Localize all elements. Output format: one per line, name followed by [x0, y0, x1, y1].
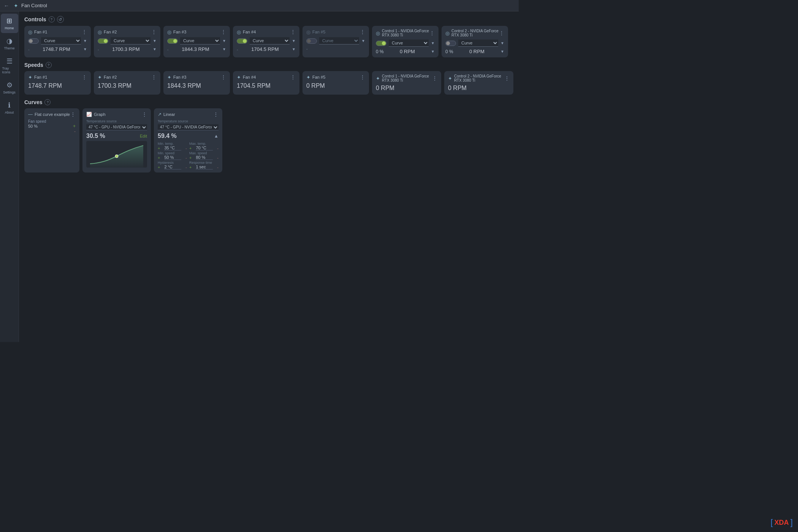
- spd3-menu[interactable]: ⋮: [221, 74, 226, 80]
- linear-max-speed-input[interactable]: [196, 155, 213, 160]
- controls-help-button[interactable]: ?: [49, 16, 55, 22]
- flat-minus-button[interactable]: -: [74, 129, 76, 134]
- linear-details-grid: Min. temp. + - Max. temp. + -: [158, 142, 218, 169]
- ctrl2-menu-button[interactable]: ⋮: [499, 30, 504, 36]
- sidebar-item-settings[interactable]: ⚙ Settings: [1, 78, 18, 97]
- fan5-menu-button[interactable]: ⋮: [360, 29, 365, 35]
- linear-response-plus[interactable]: +: [189, 165, 192, 169]
- linear-min-temp-plus[interactable]: +: [158, 146, 160, 150]
- home-icon: ⊞: [6, 17, 12, 25]
- control-card-fan2: ◎ Fan #2 ⋮ Curve ▼ - 1700.3 RPM ▼: [94, 26, 160, 57]
- fan4-rpm: 1704.5 RPM: [251, 46, 279, 52]
- fan2-curve-select[interactable]: Curve: [111, 37, 150, 44]
- linear-response-group: Response time + -: [189, 161, 218, 169]
- controls-section-header: Controls ? ↺: [24, 16, 513, 23]
- fan4-toggle[interactable]: [237, 38, 247, 44]
- linear-min-speed-plus[interactable]: +: [158, 155, 160, 160]
- graph-temp-source-label: Temperature source: [86, 119, 147, 123]
- ctrl1-rpm: 0 RPM: [400, 49, 415, 54]
- speeds-cards-row: ✦ Fan #1 ⋮ 1748.7 RPM ✦ Fan #2 ⋮ 1700.3 …: [24, 71, 513, 95]
- speed-card-fan2: ✦ Fan #2 ⋮ 1700.3 RPM: [94, 71, 160, 95]
- linear-max-speed-minus[interactable]: -: [217, 155, 218, 160]
- sctrl1-menu[interactable]: ⋮: [432, 75, 437, 81]
- fan1-menu-button[interactable]: ⋮: [82, 29, 87, 35]
- fan5-title: Fan #5: [312, 30, 325, 34]
- sctrl2-menu[interactable]: ⋮: [504, 75, 510, 81]
- fan1-dash: -: [28, 47, 30, 52]
- spd1-menu[interactable]: ⋮: [82, 74, 87, 80]
- linear-min-temp-minus[interactable]: -: [185, 146, 187, 150]
- fan2-rpm: 1700.3 RPM: [112, 46, 139, 52]
- spd5-icon: ✦: [306, 74, 310, 80]
- linear-hysteresis-plus[interactable]: +: [158, 165, 160, 169]
- spd5-title: Fan #5: [312, 75, 325, 79]
- graph-curve-menu[interactable]: ⋮: [142, 111, 147, 117]
- sidebar-item-home[interactable]: ⊞ Home: [1, 14, 18, 33]
- fan2-title: Fan #2: [104, 30, 117, 34]
- flat-curve-menu[interactable]: ⋮: [70, 111, 76, 117]
- app-title: Fan Control: [21, 3, 47, 8]
- fan2-toggle[interactable]: [98, 38, 108, 44]
- graph-temp-source-select[interactable]: 47 °C - GPU - NVIDIA GeForce RT...: [86, 124, 147, 130]
- linear-max-temp-plus[interactable]: +: [189, 146, 192, 150]
- linear-max-temp-minus[interactable]: -: [217, 146, 218, 150]
- svg-point-0: [115, 155, 118, 158]
- fan1-curve-select[interactable]: Curve: [41, 37, 81, 44]
- ctrl2-icon: ◎: [445, 30, 450, 36]
- linear-expand-button[interactable]: ▲: [214, 133, 218, 139]
- fan3-menu-button[interactable]: ⋮: [221, 29, 226, 35]
- linear-min-speed-input[interactable]: [164, 155, 181, 160]
- fan2-menu-button[interactable]: ⋮: [151, 29, 157, 35]
- spd4-menu[interactable]: ⋮: [290, 74, 296, 80]
- graph-edit-button[interactable]: Edit: [140, 134, 147, 138]
- sidebar-item-label: Tray Icons: [2, 66, 17, 74]
- linear-min-speed-minus[interactable]: -: [185, 155, 187, 160]
- fan4-curve-select[interactable]: Curve: [250, 37, 290, 44]
- sctrl2-icon: ✦: [448, 76, 452, 81]
- ctrl2-toggle[interactable]: [445, 41, 456, 46]
- fan1-toggle[interactable]: [28, 38, 39, 44]
- fan2-icon: ◎: [98, 29, 102, 35]
- curves-help-button[interactable]: ?: [44, 99, 51, 105]
- linear-response-label: Response time: [189, 161, 218, 165]
- fan3-curve-select[interactable]: Curve: [180, 37, 220, 44]
- linear-min-speed-label: Min. speed: [158, 151, 187, 155]
- fan3-toggle[interactable]: [167, 38, 178, 44]
- back-button[interactable]: ←: [4, 3, 9, 9]
- spd2-title: Fan #2: [104, 75, 117, 79]
- linear-max-temp-input[interactable]: [196, 146, 213, 150]
- speeds-help-button[interactable]: ?: [46, 62, 52, 68]
- ctrl1-menu-button[interactable]: ⋮: [429, 30, 435, 36]
- linear-curve-menu[interactable]: ⋮: [213, 111, 218, 117]
- spd5-menu[interactable]: ⋮: [360, 74, 365, 80]
- sidebar-item-tray[interactable]: ☰ Tray Icons: [1, 54, 18, 77]
- sidebar-item-theme[interactable]: ◑ Theme: [1, 34, 18, 53]
- linear-curve-icon: ↗: [158, 112, 162, 117]
- titlebar: ← ✦ Fan Control: [0, 0, 519, 11]
- ctrl1-curve-select[interactable]: Curve: [389, 40, 429, 47]
- linear-max-temp-label: Max. temp.: [189, 142, 218, 146]
- fan5-toggle[interactable]: [306, 38, 317, 44]
- curve-card-flat: — Flat curve example ⋮ Fan speed 50 % + …: [24, 108, 79, 173]
- sctrl1-title: Control 1 - NVIDIA GeForce RTX 3080 Ti: [382, 74, 432, 82]
- linear-response-minus[interactable]: -: [217, 165, 218, 169]
- linear-temp-source-select[interactable]: 47 °C - GPU - NVIDIA GeForce RT...: [158, 124, 218, 130]
- ctrl1-toggle[interactable]: [376, 41, 386, 46]
- linear-hysteresis-minus[interactable]: -: [185, 165, 187, 169]
- linear-max-speed-plus[interactable]: +: [189, 155, 192, 160]
- ctrl2-curve-select[interactable]: Curve: [458, 40, 498, 47]
- sidebar-item-about[interactable]: ℹ About: [1, 98, 18, 117]
- linear-response-input[interactable]: [196, 165, 213, 169]
- tray-icon: ☰: [6, 57, 13, 65]
- speeds-section-header: Speeds ?: [24, 62, 513, 68]
- spd4-title: Fan #4: [243, 75, 256, 79]
- spd1-icon: ✦: [28, 74, 32, 80]
- about-icon: ℹ: [8, 101, 11, 109]
- flat-plus-button[interactable]: +: [73, 124, 76, 129]
- fan5-curve-select[interactable]: Curve: [319, 37, 359, 44]
- fan4-menu-button[interactable]: ⋮: [290, 29, 296, 35]
- spd2-menu[interactable]: ⋮: [151, 74, 157, 80]
- linear-min-temp-input[interactable]: [164, 146, 181, 150]
- linear-hysteresis-input[interactable]: [164, 165, 181, 169]
- controls-refresh-button[interactable]: ↺: [57, 16, 64, 23]
